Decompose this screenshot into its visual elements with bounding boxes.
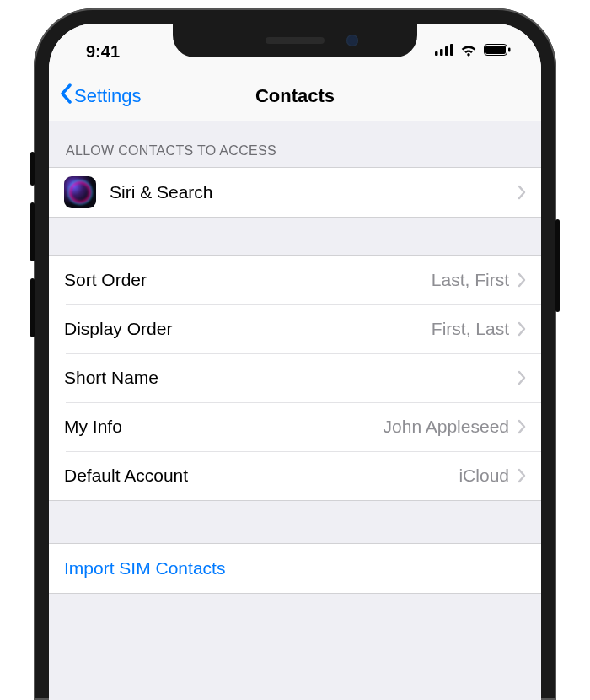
chevron-right-icon — [518, 468, 526, 483]
speaker-grille — [266, 37, 324, 44]
row-label: Sort Order — [64, 270, 432, 290]
row-value: Last, First — [432, 270, 509, 290]
svg-rect-6 — [508, 48, 511, 52]
chevron-right-icon — [518, 321, 526, 337]
row-label: Default Account — [64, 466, 459, 486]
wifi-icon — [459, 43, 478, 60]
row-value: First, Last — [432, 319, 509, 339]
section-header-access: Allow Contacts to Access — [49, 121, 541, 167]
screen: 9:41 Settings Contacts — [49, 24, 541, 700]
row-my-info[interactable]: My Info John Appleseed — [49, 402, 541, 451]
row-value: John Appleseed — [384, 417, 509, 437]
row-siri-search[interactable]: Siri & Search — [49, 168, 541, 217]
svg-rect-3 — [450, 44, 453, 56]
svg-rect-1 — [440, 49, 443, 56]
row-default-account[interactable]: Default Account iCloud — [49, 451, 541, 500]
chevron-right-icon — [518, 419, 526, 434]
row-sort-order[interactable]: Sort Order Last, First — [49, 256, 541, 304]
status-time: 9:41 — [76, 34, 120, 62]
status-icons — [435, 35, 514, 60]
cellular-icon — [435, 44, 453, 59]
volume-switch — [30, 152, 35, 186]
back-button[interactable]: Settings — [59, 83, 142, 109]
row-label: Import SIM Contacts — [64, 558, 526, 579]
chevron-left-icon — [59, 83, 74, 109]
nav-bar: Settings Contacts — [49, 71, 541, 121]
back-label: Settings — [74, 85, 142, 107]
row-value: iCloud — [459, 466, 509, 486]
notch — [173, 24, 417, 57]
front-camera — [346, 35, 358, 46]
chevron-right-icon — [518, 370, 526, 385]
siri-icon — [64, 176, 96, 208]
row-label: My Info — [64, 417, 384, 437]
row-label: Siri & Search — [110, 182, 518, 202]
row-display-order[interactable]: Display Order First, Last — [49, 304, 541, 353]
svg-rect-0 — [435, 51, 438, 56]
svg-rect-5 — [485, 46, 506, 54]
battery-icon — [484, 44, 511, 59]
power-button — [555, 219, 560, 312]
volume-up-button — [30, 202, 35, 261]
chevron-right-icon — [518, 272, 526, 288]
row-short-name[interactable]: Short Name — [49, 353, 541, 402]
phone-frame: 9:41 Settings Contacts — [34, 8, 556, 700]
row-import-sim-contacts[interactable]: Import SIM Contacts — [49, 544, 541, 593]
volume-down-button — [30, 278, 35, 337]
content: Allow Contacts to Access Siri & Search S… — [49, 121, 541, 594]
page-title: Contacts — [255, 85, 335, 107]
svg-rect-2 — [445, 46, 448, 56]
row-label: Display Order — [64, 319, 432, 339]
row-label: Short Name — [64, 368, 509, 388]
chevron-right-icon — [518, 185, 526, 200]
